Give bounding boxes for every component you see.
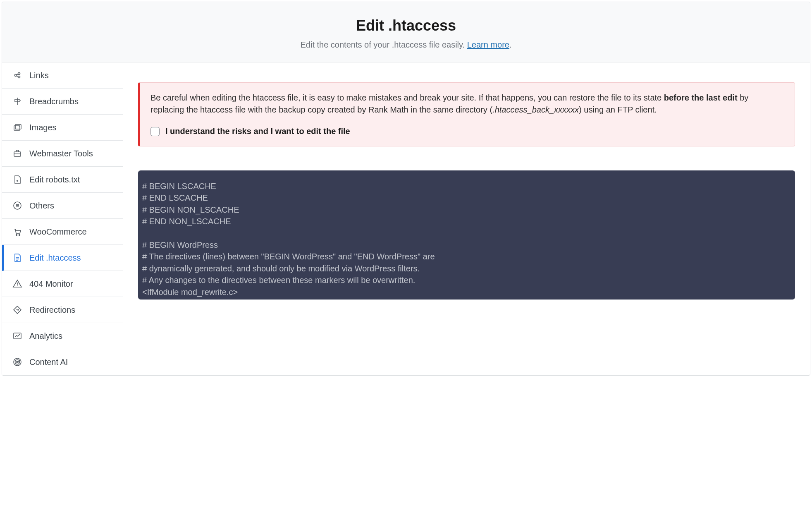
page-container: Edit .htaccess Edit the contents of your…	[2, 2, 810, 376]
svg-point-22	[17, 285, 18, 286]
sidebar-item-label: Edit robots.txt	[29, 175, 80, 185]
diamond-arrow-icon	[12, 304, 23, 315]
sidebar-item-label: WooCommerce	[29, 227, 87, 237]
subtitle-suffix: .	[509, 40, 512, 49]
sidebar-item-label: Edit .htaccess	[29, 253, 81, 263]
radar-icon	[12, 357, 23, 367]
list-circle-icon	[12, 200, 23, 211]
warning-text-part3: ) using an FTP client.	[579, 105, 657, 114]
sidebar-item-edit-robots[interactable]: Edit robots.txt	[2, 167, 123, 193]
sidebar-item-label: 404 Monitor	[29, 279, 73, 289]
page-title: Edit .htaccess	[10, 17, 802, 34]
sidebar: LinksBreadcrumbsImagesWebmaster ToolsEdi…	[2, 62, 123, 375]
page-body: LinksBreadcrumbsImagesWebmaster ToolsEdi…	[2, 62, 810, 375]
sidebar-item-label: Redirections	[29, 305, 75, 315]
sidebar-item-images[interactable]: Images	[2, 115, 123, 141]
warning-box: Be careful when editing the htaccess fil…	[138, 82, 795, 146]
warning-icon	[12, 278, 23, 289]
warning-text-part1: Be careful when editing the htaccess fil…	[150, 93, 664, 102]
file-text-icon	[12, 252, 23, 263]
chart-icon	[12, 331, 23, 341]
sidebar-item-webmaster-tools[interactable]: Webmaster Tools	[2, 141, 123, 167]
svg-point-17	[19, 235, 20, 236]
sidebar-item-links[interactable]: Links	[2, 62, 123, 89]
htaccess-code-viewer: # BEGIN LSCACHE # END LSCACHE # BEGIN NO…	[138, 170, 795, 300]
links-icon	[12, 70, 23, 81]
consent-row: I understand the risks and I want to edi…	[150, 127, 784, 136]
warning-bold: before the last edit	[664, 93, 738, 102]
subtitle-text: Edit the contents of your .htaccess file…	[300, 40, 467, 49]
warning-backup-name: .htaccess_back_xxxxxx	[492, 105, 579, 114]
sidebar-item-404-monitor[interactable]: 404 Monitor	[2, 271, 123, 297]
sidebar-item-redirections[interactable]: Redirections	[2, 297, 123, 323]
svg-point-16	[16, 235, 17, 236]
page-header: Edit .htaccess Edit the contents of your…	[2, 2, 810, 62]
sidebar-item-label: Images	[29, 123, 57, 132]
file-robot-icon	[12, 174, 23, 185]
sidebar-item-woocommerce[interactable]: WooCommerce	[2, 219, 123, 245]
svg-line-4	[17, 76, 18, 77]
sidebar-item-breadcrumbs[interactable]: Breadcrumbs	[2, 89, 123, 115]
svg-point-8	[19, 125, 19, 126]
sidebar-item-label: Breadcrumbs	[29, 97, 79, 106]
learn-more-link[interactable]: Learn more	[467, 40, 509, 49]
sidebar-item-others[interactable]: Others	[2, 193, 123, 219]
consent-label[interactable]: I understand the risks and I want to edi…	[165, 127, 350, 136]
svg-point-11	[17, 180, 18, 182]
briefcase-icon	[12, 148, 23, 159]
sidebar-item-edit-htaccess[interactable]: Edit .htaccess	[2, 245, 123, 271]
sidebar-item-label: Content AI	[29, 357, 68, 367]
images-icon	[12, 122, 23, 133]
svg-rect-6	[14, 126, 20, 130]
sidebar-item-label: Analytics	[29, 331, 62, 341]
warning-text: Be careful when editing the htaccess fil…	[150, 92, 784, 116]
sidebar-item-label: Links	[29, 71, 49, 80]
main-content: Be careful when editing the htaccess fil…	[123, 62, 810, 375]
sidebar-item-content-ai[interactable]: Content AI	[2, 349, 123, 375]
sidebar-item-label: Webmaster Tools	[29, 149, 93, 158]
svg-line-3	[17, 74, 18, 75]
consent-checkbox[interactable]	[150, 127, 160, 136]
signpost-icon	[12, 96, 23, 107]
page-subtitle: Edit the contents of your .htaccess file…	[10, 40, 802, 50]
svg-rect-7	[15, 125, 21, 129]
cart-icon	[12, 226, 23, 237]
sidebar-item-label: Others	[29, 201, 54, 211]
sidebar-item-analytics[interactable]: Analytics	[2, 323, 123, 349]
